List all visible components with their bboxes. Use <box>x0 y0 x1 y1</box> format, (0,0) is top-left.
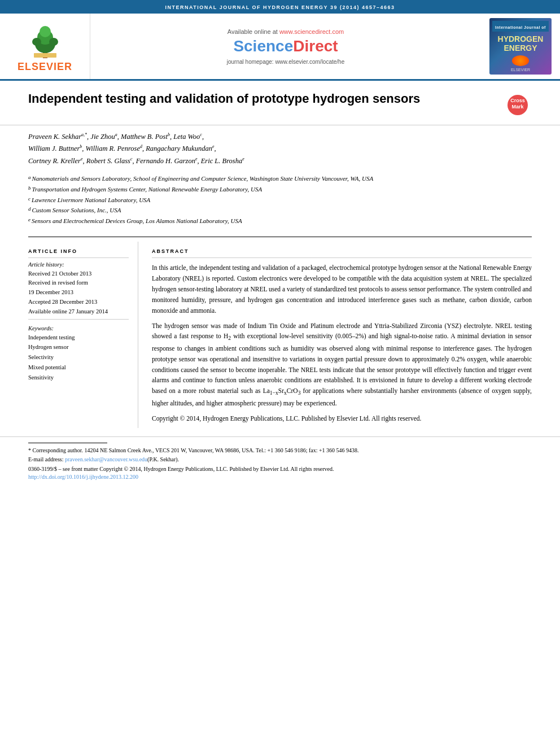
journal-name: INTERNATIONAL JOURNAL OF HYDROGEN ENERGY… <box>165 5 395 10</box>
keyword-sensitivity: Sensitivity <box>28 373 129 383</box>
crossmark-icon: Cross Mark <box>507 94 528 116</box>
svg-rect-6 <box>34 53 56 58</box>
keyword-independent-testing: Independent testing <box>28 333 129 343</box>
article-history-label: Article history: <box>28 261 129 268</box>
svg-point-4 <box>32 38 41 46</box>
article-info-divider <box>28 257 129 258</box>
issn-copyright: 0360-3199/$ – see front matter Copyright… <box>28 466 532 472</box>
abstract-copyright: Copyright © 2014, Hydrogen Energy Public… <box>152 413 532 424</box>
abstract-column: ABSTRACT In this article, the independen… <box>152 242 532 429</box>
elsevier-tree-icon <box>23 20 68 60</box>
received-revised-date: 19 December 2013 <box>28 288 129 298</box>
affiliation-c: c Lawrence Livermore National Laboratory… <box>28 195 532 206</box>
cover-graphic <box>512 55 529 66</box>
title-row: Independent testing and validation of pr… <box>28 91 532 119</box>
footer-area: * Corresponding author. 14204 NE Salmon … <box>0 436 560 483</box>
accepted-date: Accepted 28 December 2013 <box>28 298 129 307</box>
keywords-label: Keywords: <box>28 325 129 331</box>
abstract-heading: ABSTRACT <box>152 248 532 254</box>
affiliation-d: d Custom Sensor Solutions, Inc., USA <box>28 205 532 216</box>
authors-list: Praveen K. Sekhara,*, Jie Zhoua, Matthew… <box>28 131 532 167</box>
doi-line: http://dx.doi.org/10.1016/j.ijhydene.201… <box>28 474 532 480</box>
abstract-paragraph-1: In this article, the independent testing… <box>152 263 532 316</box>
crossmark-badge: Cross Mark <box>504 91 532 119</box>
elsevier-text: ELSEVIER <box>18 61 72 73</box>
keyword-selectivity: Selectivity <box>28 352 129 362</box>
available-online-text: Available online at www.sciencedirect.co… <box>228 28 344 35</box>
footnote-divider <box>28 443 107 443</box>
received-revised-label: Received in revised form <box>28 278 129 288</box>
received-date: Received 21 October 2013 <box>28 269 129 279</box>
elsevier-logo-area: ELSEVIER <box>0 14 90 79</box>
authors-section: Praveen K. Sekhara,*, Jie Zhoua, Matthew… <box>0 125 560 170</box>
keyword-hydrogen-sensor: Hydrogen sensor <box>28 342 129 352</box>
affiliations-section: a Nanomaterials and Sensors Laboratory, … <box>0 170 560 231</box>
svg-point-3 <box>40 26 51 37</box>
available-online-date: Available online 27 January 2014 <box>28 307 129 317</box>
keywords-section: Keywords: Independent testing Hydrogen s… <box>28 325 129 383</box>
header: ELSEVIER Available online at www.science… <box>0 14 560 81</box>
header-center: Available online at www.sciencedirect.co… <box>90 14 481 79</box>
affiliation-b: b Transportation and Hydrogen Systems Ce… <box>28 184 532 195</box>
sciencedirect-url[interactable]: www.sciencedirect.com <box>279 28 344 35</box>
journal-homepage: journal homepage: www.elsevier.com/locat… <box>227 59 344 65</box>
article-info-column: ARTICLE INFO Article history: Received 2… <box>28 242 138 429</box>
svg-text:Mark: Mark <box>511 104 524 110</box>
abstract-divider <box>152 257 532 258</box>
journal-cover-area: International Journal of HYDROGENENERGY … <box>481 14 560 79</box>
affiliation-a: a Nanomaterials and Sensors Laboratory, … <box>28 173 532 184</box>
svg-text:Cross: Cross <box>510 98 525 103</box>
email-footnote: E-mail address: praveen.sekhar@vancouver… <box>28 455 532 464</box>
journal-cover: International Journal of HYDROGENENERGY … <box>489 18 552 75</box>
keyword-mixed-potential: Mixed potential <box>28 362 129 373</box>
abstract-paragraph-2: The hydrogen sensor was made of Indium T… <box>152 321 532 409</box>
article-title: Independent testing and validation of pr… <box>28 91 504 107</box>
journal-topbar: INTERNATIONAL JOURNAL OF HYDROGEN ENERGY… <box>0 0 560 14</box>
corresponding-author-footnote: * Corresponding author. 14204 NE Salmon … <box>28 446 532 455</box>
abstract-text: In this article, the independent testing… <box>152 263 532 424</box>
affiliation-e: e Sensors and Electrochemical Devices Gr… <box>28 216 532 226</box>
svg-point-5 <box>49 38 58 46</box>
two-column-layout: ARTICLE INFO Article history: Received 2… <box>0 242 560 429</box>
article-info-heading: ARTICLE INFO <box>28 248 129 254</box>
sciencedirect-brand: ScienceDirect <box>233 37 338 55</box>
page: INTERNATIONAL JOURNAL OF HYDROGEN ENERGY… <box>0 0 560 747</box>
email-link[interactable]: praveen.sekhar@vancouver.wsu.edu <box>65 456 147 462</box>
section-divider <box>28 237 532 237</box>
article-header: Independent testing and validation of pr… <box>0 81 560 125</box>
doi-link[interactable]: http://dx.doi.org/10.1016/j.ijhydene.201… <box>28 474 138 480</box>
elsevier-logo: ELSEVIER <box>18 20 72 73</box>
keywords-divider <box>28 319 129 320</box>
